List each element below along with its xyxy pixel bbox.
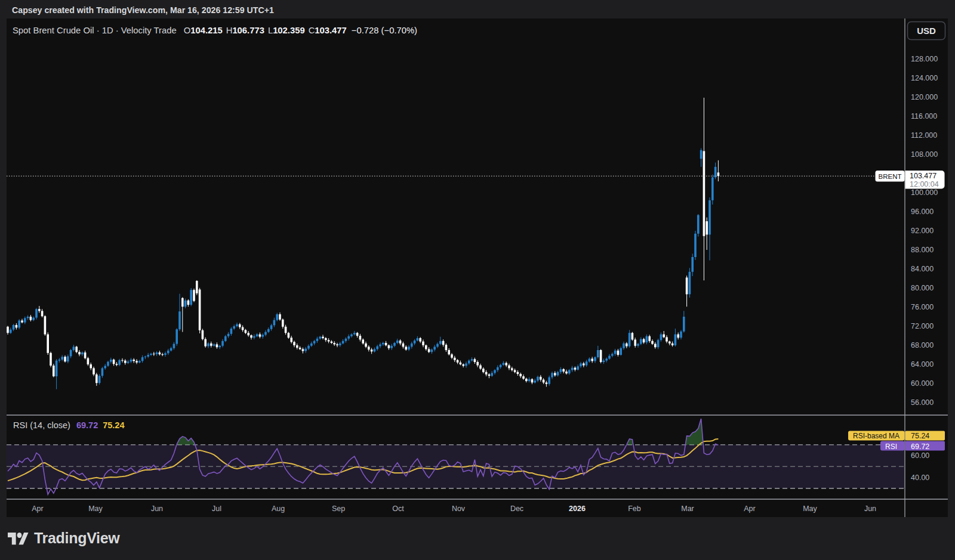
svg-text:2026: 2026 (569, 505, 586, 513)
svg-text:Dec: Dec (510, 505, 523, 513)
svg-text:Capsey created with TradingVie: Capsey created with TradingView.com, Mar… (12, 5, 274, 15)
svg-text:RSI (14, close)69.7275.24: RSI (14, close)69.7275.24 (13, 420, 125, 430)
svg-text:Aug: Aug (272, 505, 285, 513)
svg-text:BRENT: BRENT (879, 173, 902, 180)
svg-text:RSI: RSI (885, 443, 897, 451)
svg-text:108.000: 108.000 (911, 150, 938, 159)
svg-text:60.00: 60.00 (911, 451, 929, 460)
svg-text:Jun: Jun (864, 505, 876, 513)
svg-text:USD: USD (917, 26, 936, 36)
svg-text:120.000: 120.000 (911, 93, 938, 101)
svg-text:Jun: Jun (151, 505, 163, 513)
svg-text:69.72: 69.72 (911, 443, 929, 451)
svg-text:Spot Brent Crude Oil · 1D · Ve: Spot Brent Crude Oil · 1D · Velocity Tra… (13, 26, 417, 35)
svg-text:Apr: Apr (744, 505, 755, 513)
svg-text:TradingView: TradingView (34, 530, 120, 546)
svg-text:76.000: 76.000 (911, 303, 934, 311)
svg-text:May: May (88, 505, 103, 513)
svg-text:124.000: 124.000 (911, 74, 938, 82)
svg-text:96.000: 96.000 (911, 208, 934, 216)
svg-text:RSI-based MA: RSI-based MA (853, 432, 899, 440)
svg-text:68.000: 68.000 (911, 341, 934, 349)
svg-text:72.000: 72.000 (911, 322, 934, 330)
svg-text:40.00: 40.00 (911, 474, 929, 482)
svg-text:56.000: 56.000 (911, 398, 934, 407)
svg-text:Nov: Nov (452, 505, 466, 513)
svg-text:12:00:04: 12:00:04 (910, 180, 939, 188)
svg-text:Sep: Sep (332, 505, 345, 513)
svg-text:116.000: 116.000 (911, 112, 937, 120)
svg-text:Jul: Jul (212, 505, 221, 513)
svg-text:Oct: Oct (392, 505, 404, 513)
svg-text:103.477: 103.477 (910, 172, 936, 180)
svg-text:88.000: 88.000 (911, 246, 934, 254)
svg-text:60.000: 60.000 (911, 379, 934, 388)
svg-text:84.000: 84.000 (911, 265, 934, 273)
svg-text:80.000: 80.000 (911, 284, 934, 292)
svg-text:128.000: 128.000 (911, 55, 938, 63)
svg-text:100.000: 100.000 (911, 188, 938, 197)
svg-text:Mar: Mar (681, 505, 694, 513)
svg-text:May: May (803, 505, 817, 513)
svg-text:Feb: Feb (628, 505, 641, 513)
svg-text:Apr: Apr (32, 505, 43, 513)
svg-text:92.000: 92.000 (911, 227, 934, 235)
svg-text:64.000: 64.000 (911, 360, 934, 369)
svg-text:75.24: 75.24 (911, 432, 929, 440)
svg-text:112.000: 112.000 (911, 131, 937, 140)
